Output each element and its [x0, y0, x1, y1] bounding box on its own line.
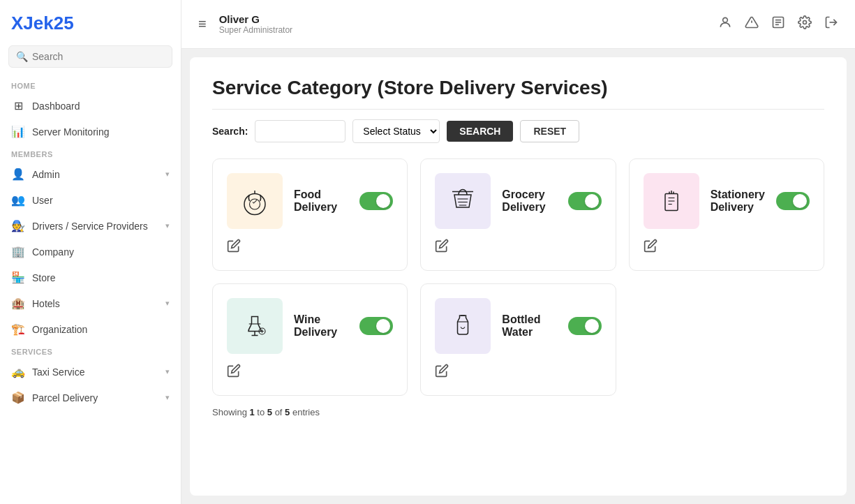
- card-name: Stationery Delivery: [711, 188, 765, 214]
- food-delivery-toggle[interactable]: [359, 192, 393, 210]
- sidebar-item-label: User: [32, 195, 170, 206]
- search-input[interactable]: [32, 51, 165, 62]
- header-icons: [718, 15, 838, 33]
- chevron-down-icon: ▾: [165, 393, 170, 402]
- grocery-icon: [446, 184, 479, 218]
- card-actions: [435, 364, 601, 381]
- stationery-delivery-toggle[interactable]: [776, 192, 810, 210]
- app-logo: XJek25: [0, 0, 181, 41]
- card-icon-wrap: [435, 173, 491, 229]
- card-top: Grocery Delivery: [435, 173, 601, 229]
- card-actions: [435, 239, 601, 256]
- page-title: Service Category (Store Delivery Service…: [212, 77, 824, 110]
- edit-icon[interactable]: [435, 364, 449, 381]
- notes-icon[interactable]: [771, 15, 785, 33]
- organization-icon: 🏗️: [11, 323, 25, 336]
- power-icon[interactable]: [824, 15, 838, 33]
- service-cards-grid: Food Delivery: [212, 158, 824, 396]
- edit-icon[interactable]: [227, 239, 241, 256]
- card-top: Bottled Water: [435, 298, 601, 354]
- sidebar-item-label: Drivers / Service Providers: [32, 221, 158, 232]
- grocery-delivery-toggle[interactable]: [568, 192, 602, 210]
- wine-icon: [238, 309, 272, 343]
- sidebar-item-dashboard[interactable]: ⊞ Dashboard: [0, 93, 181, 119]
- search-label: Search:: [212, 126, 248, 137]
- chevron-down-icon: ▾: [165, 367, 170, 376]
- svg-point-10: [250, 199, 260, 209]
- card-grocery-delivery: Grocery Delivery: [420, 158, 616, 271]
- user-icon: 👥: [11, 193, 25, 207]
- status-select[interactable]: Select Status Active Inactive: [352, 119, 440, 143]
- card-bottled-water: Bottled Water: [420, 283, 616, 396]
- header: ≡ Oliver G Super Administrator: [181, 0, 855, 49]
- sidebar-item-label: Parcel Delivery: [32, 392, 158, 403]
- card-actions: [227, 364, 393, 381]
- card-top: Food Delivery: [227, 173, 393, 229]
- search-filter-input[interactable]: [255, 120, 345, 142]
- food-icon: [238, 184, 272, 218]
- sidebar-item-label: Taxi Service: [32, 366, 158, 378]
- header-user-role: Super Administrator: [219, 25, 708, 35]
- sidebar-item-server-monitoring[interactable]: 📊 Server Monitoring: [0, 119, 181, 144]
- drivers-icon: 🧑‍🔧: [11, 219, 25, 232]
- menu-toggle-icon[interactable]: ≡: [198, 16, 207, 32]
- sidebar-item-store[interactable]: 🏪 Store: [0, 265, 181, 290]
- sidebar-search-container[interactable]: 🔍: [8, 45, 172, 68]
- section-services-label: SERVICES: [0, 342, 181, 359]
- sidebar-item-company[interactable]: 🏢 Company: [0, 239, 181, 265]
- logo-text-black: XJek: [11, 13, 54, 34]
- header-user-name: Oliver G: [219, 13, 708, 25]
- sidebar-item-taxi-service[interactable]: 🚕 Taxi Service ▾: [0, 359, 181, 385]
- card-actions: [227, 239, 393, 256]
- sidebar-item-organization[interactable]: 🏗️ Organization: [0, 316, 181, 342]
- card-wine-delivery: Wine Delivery: [212, 283, 408, 396]
- edit-icon[interactable]: [227, 364, 241, 381]
- sidebar-item-user[interactable]: 👥 User: [0, 187, 181, 213]
- svg-rect-14: [665, 194, 678, 211]
- card-stationery-delivery: Stationery Delivery: [629, 158, 824, 271]
- sidebar-item-hotels[interactable]: 🏨 Hotels ▾: [0, 290, 181, 316]
- header-user-info: Oliver G Super Administrator: [219, 13, 708, 35]
- store-icon: 🏪: [11, 271, 25, 284]
- sidebar-item-label: Organization: [32, 324, 170, 335]
- taxi-icon: 🚕: [11, 365, 25, 378]
- chevron-down-icon: ▾: [165, 170, 170, 179]
- search-icon: 🔍: [16, 51, 28, 62]
- settings-icon[interactable]: [798, 15, 812, 33]
- sidebar-item-label: Company: [32, 246, 170, 258]
- card-icon-wrap: [435, 298, 491, 354]
- chevron-down-icon: ▾: [165, 221, 170, 230]
- sidebar-item-drivers-service-providers[interactable]: 🧑‍🔧 Drivers / Service Providers ▾: [0, 213, 181, 239]
- logo-text-blue: 25: [54, 13, 74, 34]
- edit-icon[interactable]: [435, 239, 449, 256]
- admin-icon: 👤: [11, 168, 25, 181]
- hotels-icon: 🏨: [11, 297, 25, 310]
- server-monitoring-icon: 📊: [11, 125, 25, 138]
- stationery-icon: [655, 184, 688, 218]
- dashboard-icon: ⊞: [11, 99, 25, 112]
- search-button[interactable]: SEARCH: [447, 121, 513, 142]
- card-icon-wrap: [644, 173, 699, 229]
- svg-point-0: [723, 17, 728, 22]
- bottled-water-toggle[interactable]: [568, 317, 602, 335]
- card-name: Grocery Delivery: [502, 188, 556, 214]
- parcel-icon: 📦: [11, 391, 25, 404]
- sidebar-item-label: Server Monitoring: [32, 126, 170, 138]
- wine-delivery-toggle[interactable]: [359, 317, 393, 335]
- sidebar-item-parcel-delivery[interactable]: 📦 Parcel Delivery ▾: [0, 385, 181, 410]
- svg-point-7: [803, 21, 807, 24]
- company-icon: 🏢: [11, 245, 25, 258]
- filter-bar: Search: Select Status Active Inactive SE…: [212, 119, 824, 143]
- alert-icon[interactable]: [745, 15, 759, 33]
- user-profile-icon[interactable]: [718, 15, 732, 33]
- card-name: Food Delivery: [294, 188, 348, 214]
- water-icon: [446, 309, 479, 343]
- sidebar-item-admin[interactable]: 👤 Admin ▾: [0, 161, 181, 187]
- pagination-info: Showing 1 to 5 of 5 entries: [212, 407, 824, 417]
- edit-icon[interactable]: [644, 239, 657, 256]
- sidebar-item-label: Hotels: [32, 298, 158, 309]
- reset-button[interactable]: RESET: [520, 120, 579, 142]
- card-icon-wrap: [227, 298, 283, 354]
- sidebar-item-label: Dashboard: [32, 101, 170, 112]
- chevron-down-icon: ▾: [165, 299, 170, 308]
